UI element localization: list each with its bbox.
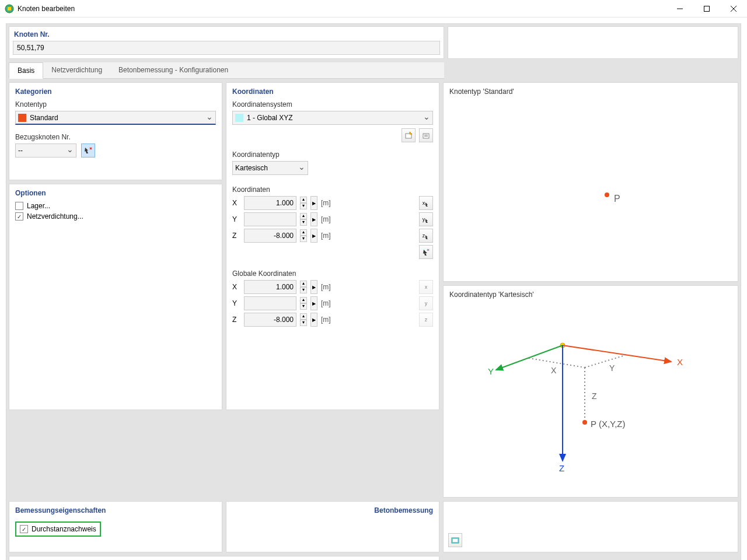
coordsys-label: Koordinatensystem [232, 100, 433, 108]
x-input[interactable] [244, 196, 296, 210]
z-label: Z [232, 232, 240, 240]
pick-xyz-button[interactable] [419, 245, 433, 259]
p-label: P [614, 194, 620, 204]
refnode-combo[interactable]: -- [15, 144, 76, 158]
coordtype-label: Koordinatentyp [232, 150, 433, 159]
coordtype-combo[interactable]: Kartesisch [232, 161, 308, 175]
svg-text:P (X,Y,Z): P (X,Y,Z) [591, 419, 625, 429]
gy-unit: [m] [321, 299, 331, 307]
meshref-checkbox[interactable]: Netzverdichtung... [15, 212, 216, 220]
coordsys-swatch [235, 114, 243, 122]
svg-text:Y: Y [488, 366, 494, 376]
support-checkbox[interactable]: Lager... [15, 202, 216, 210]
svg-point-23 [582, 420, 587, 425]
tab-concrete[interactable]: Betonbemessung - Konfigurationen [110, 62, 236, 78]
y-spin-up[interactable]: ▲ [300, 213, 307, 219]
nodetype-label: Knotentyp [15, 100, 216, 108]
preview-blank [448, 26, 738, 59]
z-play[interactable]: ▶ [310, 229, 317, 243]
z-unit: [m] [321, 232, 331, 240]
pick-gx-button: x [419, 280, 433, 294]
categories-title: Kategorien [15, 88, 216, 96]
minimize-button[interactable] [666, 0, 693, 18]
svg-point-15 [605, 192, 609, 197]
svg-rect-12 [424, 136, 428, 136]
y-unit: [m] [321, 215, 331, 223]
x-spin-up[interactable]: ▲ [300, 197, 307, 203]
chevron-down-icon [298, 163, 305, 173]
svg-text:X: X [551, 366, 557, 375]
coord-axes-svg: X Y Z P (X,Y,Z) X Y Z [449, 299, 732, 491]
maximize-button[interactable] [693, 0, 720, 18]
gz-input [244, 313, 296, 327]
coords-title: Koordinaten [232, 88, 433, 96]
svg-rect-3 [704, 6, 710, 11]
preview-coordtype-label: Koordinatentyp 'Kartesisch' [449, 290, 732, 299]
app-icon [5, 4, 14, 13]
z-spin-up[interactable]: ▲ [300, 229, 307, 236]
support-label: Lager... [27, 202, 50, 210]
titlebar: Knoten bearbeiten [0, 0, 747, 18]
meshref-label: Netzverdichtung... [27, 212, 83, 220]
new-coordsys-button[interactable] [402, 128, 416, 142]
chevron-down-icon [423, 113, 430, 123]
gx-input [244, 280, 296, 294]
punching-label: Durchstanznachweis [32, 525, 96, 533]
y-spin-down[interactable]: ▼ [300, 219, 307, 226]
concrete-design-title: Betonbemessung [232, 506, 433, 514]
pick-y-button[interactable]: y [419, 212, 433, 226]
preview-coordtype: Koordinatentyp 'Kartesisch' X Y Z [443, 285, 738, 498]
x-play[interactable]: ▶ [310, 196, 317, 210]
pick-refnode-button[interactable] [81, 144, 95, 158]
pick-z-button[interactable]: z [419, 229, 433, 243]
pick-x-button[interactable]: x [419, 196, 433, 210]
svg-text:Y: Y [609, 363, 615, 373]
nodetype-value: Standard [30, 114, 206, 122]
y-play[interactable]: ▶ [310, 212, 317, 226]
node-nr-label: Knoten Nr. [9, 27, 444, 41]
design-props-title: Bemessungseigenschaften [15, 506, 216, 514]
x-label: X [232, 199, 240, 207]
gy-input [244, 296, 296, 310]
z-spin-down[interactable]: ▼ [300, 236, 307, 242]
preview-nodetype-label: Knotentyp 'Standard' [449, 88, 732, 96]
y-input[interactable] [244, 212, 296, 226]
options-title: Optionen [15, 189, 216, 197]
gz-label: Z [232, 316, 240, 324]
svg-line-17 [563, 345, 671, 362]
punching-checkbox[interactable]: Durchstanznachweis [15, 522, 101, 537]
globalcoords-label: Globale Koordinaten [232, 270, 433, 278]
x-unit: [m] [321, 199, 331, 207]
coordsys-value: 1 - Global XYZ [247, 114, 423, 122]
z-input[interactable] [244, 229, 296, 243]
tab-basis[interactable]: Basis [9, 62, 43, 79]
chevron-down-icon [67, 146, 74, 155]
close-button[interactable] [720, 0, 747, 18]
y-label: Y [232, 215, 240, 223]
svg-text:Z: Z [592, 391, 597, 401]
svg-rect-11 [424, 135, 428, 135]
preview-settings-button[interactable] [448, 533, 462, 547]
svg-text:Z: Z [559, 463, 564, 473]
x-spin-down[interactable]: ▼ [300, 203, 307, 209]
gx-unit: [m] [321, 283, 331, 291]
pick-gy-button: y [419, 296, 433, 310]
nodetype-swatch [18, 114, 26, 122]
gz-unit: [m] [321, 316, 331, 324]
edit-coordsys-button[interactable] [419, 128, 433, 142]
preview-nodetype: Knotentyp 'Standard' P [443, 82, 738, 282]
coordsys-combo[interactable]: 1 - Global XYZ [232, 111, 433, 125]
tab-mesh[interactable]: Netzverdichtung [43, 62, 110, 78]
tabs: Basis Netzverdichtung Betonbemessung - K… [9, 62, 444, 79]
window-title: Knoten bearbeiten [18, 5, 666, 13]
nodetype-combo[interactable]: Standard [15, 111, 216, 125]
svg-marker-9 [410, 132, 412, 134]
svg-rect-29 [453, 539, 458, 542]
svg-text:X: X [677, 357, 683, 367]
pick-gz-button: z [419, 313, 433, 327]
chevron-down-icon [206, 113, 213, 123]
coordtype-value: Kartesisch [235, 164, 298, 172]
node-nr-input[interactable] [13, 41, 440, 55]
gy-label: Y [232, 299, 240, 307]
svg-rect-1 [8, 7, 11, 10]
